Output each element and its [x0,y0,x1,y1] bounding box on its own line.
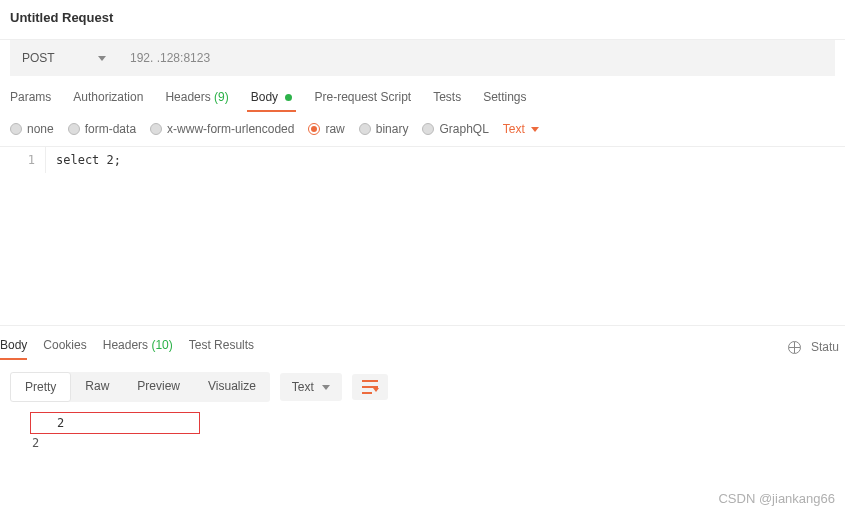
radio-raw[interactable]: raw [308,122,344,136]
radio-binary-label: binary [376,122,409,136]
tab-params[interactable]: Params [10,88,51,110]
resp-tab-headers-count: (10) [151,338,172,352]
radio-xwww[interactable]: x-www-form-urlencoded [150,122,294,136]
tab-prerequest[interactable]: Pre-request Script [314,88,411,110]
code-content: select 2; [46,147,131,173]
view-raw[interactable]: Raw [71,372,123,402]
radio-formdata-label: form-data [85,122,136,136]
tab-headers-label: Headers [165,90,210,104]
request-tabs: Params Authorization Headers (9) Body Pr… [0,76,845,118]
watermark: CSDN @jiankang66 [718,491,835,506]
request-body-editor[interactable]: 1 select 2; [0,146,845,326]
chevron-down-icon [531,127,539,132]
active-dot-icon [285,94,292,101]
wrap-lines-button[interactable] [352,374,388,400]
url-input[interactable] [118,40,835,76]
tab-settings[interactable]: Settings [483,88,526,110]
view-mode-group: Pretty Raw Preview Visualize [10,372,270,402]
radio-graphql[interactable]: GraphQL [422,122,488,136]
response-view-row: Pretty Raw Preview Visualize Text [0,366,845,408]
body-type-row: none form-data x-www-form-urlencoded raw… [0,118,845,146]
url-row: POST [0,39,845,76]
body-lang-dropdown[interactable]: Text [503,122,539,136]
resp-tab-test-results[interactable]: Test Results [189,336,254,358]
tab-body[interactable]: Body [251,88,293,110]
view-visualize[interactable]: Visualize [194,372,270,402]
radio-raw-label: raw [325,122,344,136]
resp-tab-headers[interactable]: Headers (10) [103,336,173,358]
globe-icon[interactable] [788,341,801,354]
response-tabs: Body Cookies Headers (10) Test Results S… [0,326,845,366]
view-pretty[interactable]: Pretty [10,372,71,402]
tab-authorization[interactable]: Authorization [73,88,143,110]
chevron-down-icon [322,385,330,390]
line-number: 1 [0,147,46,173]
request-title: Untitled Request [0,0,845,39]
response-lang-dropdown[interactable]: Text [280,373,342,401]
radio-xwww-label: x-www-form-urlencoded [167,122,294,136]
response-value-highlight: 2 [30,412,200,434]
body-lang-label: Text [503,122,525,136]
response-body: 2 2 [0,408,845,454]
tab-headers[interactable]: Headers (9) [165,88,228,110]
radio-none-label: none [27,122,54,136]
tab-body-label: Body [251,90,278,104]
tab-tests[interactable]: Tests [433,88,461,110]
chevron-down-icon [98,56,106,61]
radio-none[interactable]: none [10,122,54,136]
response-overflow: 2 [30,436,835,450]
status-label: Statu [811,340,839,354]
radio-binary[interactable]: binary [359,122,409,136]
resp-tab-body[interactable]: Body [0,336,27,358]
method-label: POST [22,51,55,65]
radio-graphql-label: GraphQL [439,122,488,136]
resp-tab-cookies[interactable]: Cookies [43,336,86,358]
method-select[interactable]: POST [10,40,118,76]
response-lang-label: Text [292,380,314,394]
view-preview[interactable]: Preview [123,372,194,402]
tab-headers-count: (9) [214,90,229,104]
radio-formdata[interactable]: form-data [68,122,136,136]
wrap-icon [362,380,378,394]
resp-tab-headers-label: Headers [103,338,148,352]
